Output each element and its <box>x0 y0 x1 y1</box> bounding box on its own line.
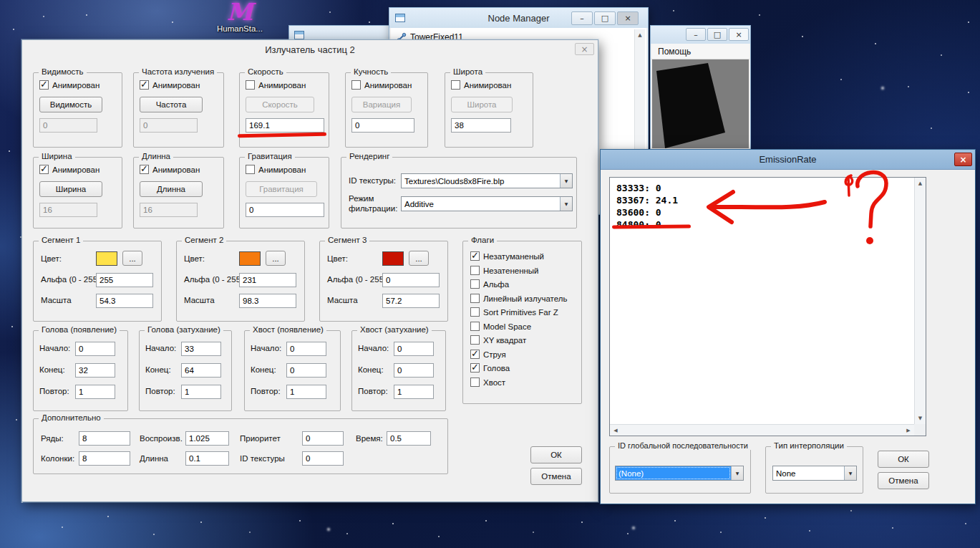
head-decay-repeat-field[interactable]: 1 <box>181 385 221 399</box>
length-value-field[interactable]: 16 <box>140 203 198 217</box>
segment1-scale-field[interactable]: 54.3 <box>96 294 153 308</box>
minimize-button[interactable]: – <box>686 28 706 41</box>
scroll-down-icon[interactable]: ▼ <box>915 413 926 424</box>
flag-sort-primitives-far-z[interactable]: Sort Primitives Far Z <box>470 307 558 317</box>
scroll-right-icon[interactable]: ▶ <box>903 425 914 436</box>
emission-animated-checkbox[interactable]: Анимирован <box>140 80 200 90</box>
speed-button[interactable]: Скорость <box>246 97 314 112</box>
ok-button[interactable]: ОК <box>878 451 929 468</box>
head-life-end-field[interactable]: 32 <box>75 363 115 378</box>
close-button[interactable]: × <box>575 43 594 55</box>
flag-line-emitter[interactable]: Линейный излучатель <box>470 294 567 303</box>
flag-unshaded[interactable]: Незатененный <box>470 266 539 275</box>
speed-animated-checkbox[interactable]: Анимирован <box>246 80 306 90</box>
segment1-color-picker-button[interactable]: ... <box>122 251 142 266</box>
emission-rate-button[interactable]: Частота <box>140 97 203 112</box>
width-value-field[interactable]: 16 <box>39 203 97 217</box>
segment2-color-picker-button[interactable]: ... <box>266 251 286 266</box>
flag-unfogged[interactable]: Незатуманеный <box>470 251 544 261</box>
tail-life-end-field[interactable]: 0 <box>286 363 326 378</box>
time-field[interactable]: 0.5 <box>387 431 431 446</box>
visibility-button[interactable]: Видимость <box>39 97 102 112</box>
tail-decay-repeat-field[interactable]: 1 <box>394 385 434 399</box>
dialog-titlebar[interactable]: Излучатель частиц 2 <box>22 40 598 59</box>
head-decay-start-field[interactable]: 33 <box>181 342 221 356</box>
variation-value-field[interactable]: 0 <box>351 118 414 133</box>
segment3-color-picker-button[interactable]: ... <box>409 251 429 266</box>
desktop-icon-humanstatue[interactable]: M HumanSta... <box>213 1 267 33</box>
rows-field[interactable]: 8 <box>79 431 130 446</box>
gravity-value-field[interactable]: 0 <box>246 203 324 217</box>
cancel-button[interactable]: Отмена <box>878 472 929 489</box>
scroll-up-icon[interactable]: ▲ <box>635 29 645 41</box>
variation-button[interactable]: Вариация <box>351 97 412 112</box>
flag-xy-quad[interactable]: XY квадрат <box>470 335 526 345</box>
chevron-down-icon[interactable]: ▼ <box>844 466 856 480</box>
cancel-button[interactable]: Отмена <box>530 468 582 485</box>
close-button[interactable]: × <box>954 153 972 166</box>
segment2-alpha-field[interactable]: 231 <box>239 273 296 287</box>
ok-button[interactable]: ОК <box>530 446 582 463</box>
global-sequence-combobox[interactable]: (None) ▼ <box>615 466 744 481</box>
filter-mode-combobox[interactable]: Additive ▼ <box>401 196 573 211</box>
chevron-down-icon[interactable]: ▼ <box>560 174 572 188</box>
latitude-animated-checkbox[interactable]: Анимирован <box>451 80 511 90</box>
length-button[interactable]: Длинна <box>140 181 203 197</box>
viewer-titlebar[interactable]: – □ × <box>651 26 750 44</box>
chevron-down-icon[interactable]: ▼ <box>560 197 572 211</box>
segment2-scale-field[interactable]: 98.3 <box>239 294 296 308</box>
replay-field[interactable]: 1.025 <box>185 431 229 446</box>
maximize-button[interactable]: □ <box>707 28 727 41</box>
close-button[interactable]: × <box>729 28 749 41</box>
visibility-value-field[interactable]: 0 <box>39 118 97 133</box>
variation-animated-checkbox[interactable]: Анимирован <box>351 80 412 90</box>
head-life-start-field[interactable]: 0 <box>75 342 115 356</box>
speed-value-field[interactable]: 169.1 <box>246 118 324 133</box>
vertical-scrollbar[interactable]: ▲ ▼ <box>914 178 926 424</box>
node-manager-titlebar[interactable]: Node Manager – □ × <box>389 8 648 28</box>
segment2-color-swatch[interactable] <box>239 251 261 266</box>
interpolation-combobox[interactable]: None ▼ <box>772 466 857 481</box>
chevron-down-icon[interactable]: ▼ <box>731 466 743 480</box>
flag-tail[interactable]: Хвост <box>470 378 505 387</box>
columns-field[interactable]: 8 <box>79 451 130 466</box>
head-life-repeat-field[interactable]: 1 <box>75 385 115 399</box>
head-decay-end-field[interactable]: 64 <box>181 363 221 378</box>
flag-head[interactable]: Голова <box>470 363 510 372</box>
emission-titlebar[interactable]: EmissionRate <box>601 150 975 170</box>
scroll-left-icon[interactable]: ◀ <box>610 425 621 436</box>
segment1-color-swatch[interactable] <box>96 251 117 266</box>
segment3-color-swatch[interactable] <box>382 251 404 266</box>
scroll-up-icon[interactable]: ▲ <box>915 178 926 189</box>
segment3-scale-field[interactable]: 57.2 <box>382 294 440 308</box>
texture-id2-field[interactable]: 0 <box>302 451 344 466</box>
texture-id-combobox[interactable]: Textures\Clouds8x8Fire.blp ▼ <box>401 173 573 188</box>
minimize-button[interactable]: – <box>571 11 593 25</box>
tail-life-repeat-field[interactable]: 1 <box>286 385 326 399</box>
width-animated-checkbox[interactable]: Анимирован <box>39 165 100 174</box>
flag-alpha[interactable]: Альфа <box>470 279 509 289</box>
menu-help[interactable]: Помощь <box>651 47 691 57</box>
visibility-animated-checkbox[interactable]: Анимирован <box>39 80 100 90</box>
length-animated-checkbox[interactable]: Анимирован <box>140 165 200 174</box>
gravity-button[interactable]: Гравитация <box>246 181 317 197</box>
gravity-animated-checkbox[interactable]: Анимирован <box>246 165 306 174</box>
latitude-value-field[interactable]: 38 <box>451 118 511 133</box>
length2-field[interactable]: 0.1 <box>185 451 229 466</box>
tail-decay-start-field[interactable]: 0 <box>394 342 434 356</box>
tail-life-start-field[interactable]: 0 <box>286 342 326 356</box>
flag-model-space[interactable]: Model Space <box>470 322 531 331</box>
segment3-alpha-field[interactable]: 0 <box>382 273 440 287</box>
close-button[interactable]: × <box>617 11 639 25</box>
width-button[interactable]: Ширина <box>39 181 102 197</box>
flag-squirt[interactable]: Струя <box>470 350 506 359</box>
segment1-alpha-field[interactable]: 255 <box>96 273 153 287</box>
horizontal-scrollbar[interactable]: ◀ ▶ <box>610 424 914 436</box>
priority-field[interactable]: 0 <box>302 431 344 446</box>
maximize-button[interactable]: □ <box>594 11 616 25</box>
viewport[interactable] <box>652 59 749 148</box>
checkbox-label: XY квадрат <box>483 336 526 345</box>
latitude-button[interactable]: Широта <box>451 97 513 112</box>
emission-value-field[interactable]: 0 <box>140 118 198 133</box>
tail-decay-end-field[interactable]: 0 <box>394 363 434 378</box>
